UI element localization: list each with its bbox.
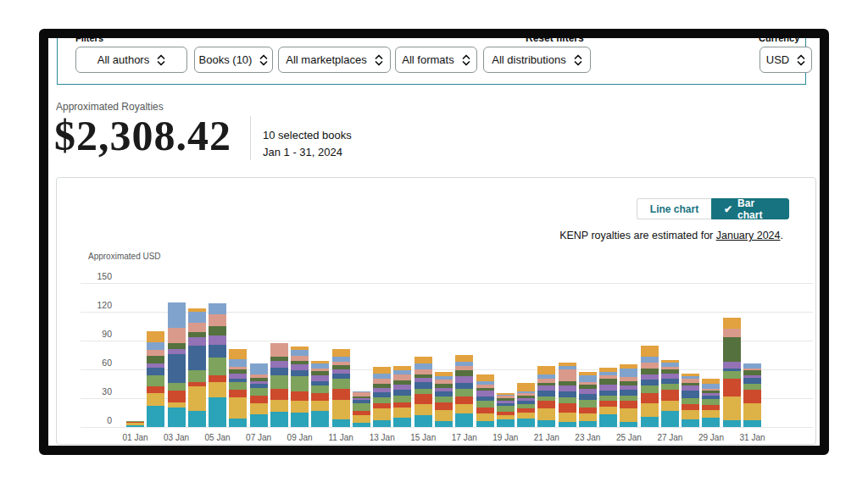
bar-segment xyxy=(332,400,350,419)
bar-segment xyxy=(168,383,186,391)
bar-segment xyxy=(229,382,247,390)
bar-segment xyxy=(579,400,597,408)
bar-segment xyxy=(455,376,473,383)
stacked-bar xyxy=(188,308,206,427)
screenshot-black-frame: Filters Reset filters Currency All autho… xyxy=(39,29,829,455)
bar-segment xyxy=(517,413,535,419)
bar-segment xyxy=(435,396,453,402)
bar-segment xyxy=(209,358,226,374)
x-tick-label: 11 Jan xyxy=(329,433,353,442)
bar-segment xyxy=(209,375,226,382)
bar-segment xyxy=(641,369,659,374)
bar-segment xyxy=(476,391,494,396)
bar-segment xyxy=(188,346,206,370)
authors-dropdown-label: All authors xyxy=(97,53,149,66)
bar-segment xyxy=(168,391,186,402)
x-tick-label: 15 Jan xyxy=(410,433,436,442)
bar-segment xyxy=(537,408,555,420)
bar-segment xyxy=(147,386,164,393)
x-tick-label: 21 Jan xyxy=(534,433,559,442)
stacked-bar xyxy=(559,363,576,427)
bar-segment xyxy=(579,375,597,382)
bar-segment xyxy=(209,336,226,344)
bar-segment xyxy=(291,413,309,427)
bar-segment xyxy=(270,412,288,427)
bar-segment xyxy=(126,425,144,427)
bar-segment xyxy=(373,397,391,403)
y-tick-label: 30 xyxy=(57,386,112,396)
y-tick-label: 60 xyxy=(57,358,112,368)
bar-segment xyxy=(682,391,699,398)
bar-segment xyxy=(559,391,576,397)
bar-segment xyxy=(537,391,555,396)
bar-segment xyxy=(661,390,679,402)
bar-segment xyxy=(209,314,226,326)
bar-segment xyxy=(209,303,226,315)
stacked-bar xyxy=(476,374,494,427)
bar-segment xyxy=(147,356,164,363)
bar-segment xyxy=(559,397,576,403)
bar-segment xyxy=(209,345,226,358)
distributions-dropdown-label: All distributions xyxy=(492,53,565,66)
bar-segment xyxy=(415,357,432,363)
books-dropdown-label: Books (10) xyxy=(199,53,253,66)
bar-segment xyxy=(353,403,370,411)
bar-segment xyxy=(270,343,288,357)
bar-segment xyxy=(415,415,432,427)
bar-segment xyxy=(723,337,741,362)
bar-segment xyxy=(455,355,473,362)
stacked-bar xyxy=(620,364,637,427)
bar-segment xyxy=(373,367,391,374)
bar-segment xyxy=(476,421,494,427)
bar-segment xyxy=(723,420,741,427)
stacked-bar xyxy=(517,383,535,427)
stacked-bar xyxy=(661,360,679,427)
books-dropdown[interactable]: Books (10) xyxy=(194,47,273,73)
bar-segment xyxy=(537,366,555,374)
bar-segment xyxy=(743,403,761,420)
stacked-bar xyxy=(455,355,473,427)
bar-segment xyxy=(188,337,206,346)
bar-segment xyxy=(209,397,226,427)
bar-segment xyxy=(373,374,391,380)
formats-dropdown[interactable]: All formats xyxy=(395,47,477,73)
chevrons-updown-icon xyxy=(375,53,383,67)
bar-segment xyxy=(250,363,268,374)
bar-segment xyxy=(250,414,268,427)
distributions-dropdown[interactable]: All distributions xyxy=(483,47,591,73)
bar-segment xyxy=(579,413,597,421)
bar-segment xyxy=(455,370,473,376)
stacked-bar xyxy=(702,379,720,427)
bar-segment xyxy=(620,401,637,408)
bar-segment xyxy=(332,389,350,401)
bar-segment xyxy=(393,390,411,396)
bar-segment xyxy=(517,419,535,427)
stacked-bar xyxy=(723,318,741,427)
bar-segment xyxy=(393,408,411,417)
bar-segment xyxy=(250,396,268,403)
authors-dropdown[interactable]: All authors xyxy=(75,47,187,73)
bar-segment xyxy=(661,384,679,390)
bar-segment xyxy=(702,410,720,418)
bar-segment xyxy=(723,396,741,420)
bar-segment xyxy=(620,369,637,377)
bar-segment xyxy=(723,318,741,330)
bar-segment xyxy=(743,384,761,390)
bar-segment xyxy=(147,368,164,375)
royalties-amount: $2,308.42 xyxy=(54,111,231,160)
bar-segment xyxy=(641,363,659,369)
currency-dropdown[interactable]: USD xyxy=(760,47,812,73)
bar-segment xyxy=(641,346,659,358)
stacked-bar xyxy=(168,302,186,427)
bar-segment xyxy=(559,385,576,391)
bar-segment xyxy=(270,375,288,389)
marketplaces-dropdown[interactable]: All marketplaces xyxy=(278,47,391,73)
bar-segment xyxy=(599,414,617,427)
bar-segment xyxy=(311,411,329,427)
bar-segment xyxy=(270,361,288,368)
reset-filters-link[interactable]: Reset filters xyxy=(526,38,584,44)
bar-segment xyxy=(455,404,473,413)
stacked-bar xyxy=(743,363,761,427)
bar-segment xyxy=(373,408,391,420)
stacked-bar xyxy=(579,372,597,427)
